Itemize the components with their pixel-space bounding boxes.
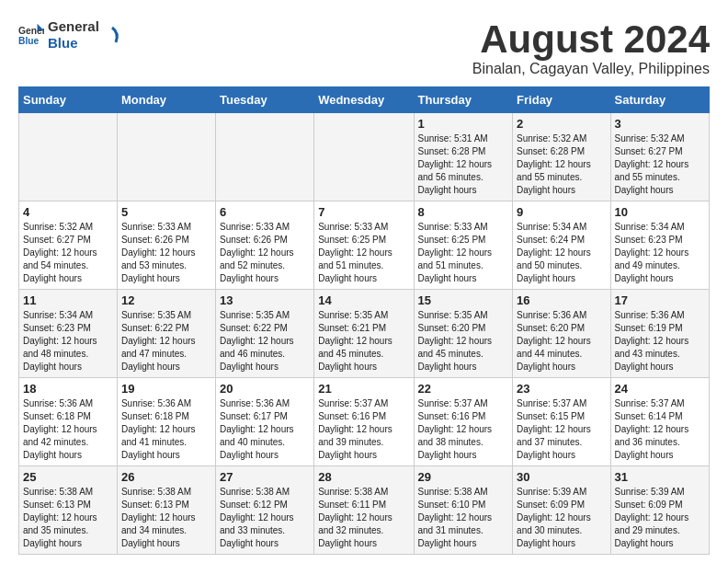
cell-content: Sunrise: 5:34 AMSunset: 6:23 PMDaylight:… <box>23 309 113 373</box>
calendar-cell: 16Sunrise: 5:36 AMSunset: 6:20 PMDayligh… <box>513 290 610 378</box>
calendar-cell <box>215 113 313 201</box>
calendar-cell: 7Sunrise: 5:33 AMSunset: 6:25 PMDaylight… <box>314 201 414 290</box>
calendar-cell: 19Sunrise: 5:36 AMSunset: 6:18 PMDayligh… <box>117 378 215 466</box>
calendar-cell: 6Sunrise: 5:33 AMSunset: 6:26 PMDaylight… <box>215 201 313 290</box>
calendar-header: SundayMondayTuesdayWednesdayThursdayFrid… <box>19 87 710 113</box>
weekday-header-saturday: Saturday <box>610 87 709 113</box>
cell-content: Sunrise: 5:33 AMSunset: 6:25 PMDaylight:… <box>318 221 409 285</box>
calendar-cell: 20Sunrise: 5:36 AMSunset: 6:17 PMDayligh… <box>215 378 313 466</box>
day-number: 1 <box>418 117 509 131</box>
day-number: 22 <box>418 382 509 396</box>
calendar-cell: 2Sunrise: 5:32 AMSunset: 6:28 PMDaylight… <box>513 113 610 201</box>
cell-content: Sunrise: 5:32 AMSunset: 6:28 PMDaylight:… <box>517 132 606 197</box>
calendar-cell: 8Sunrise: 5:33 AMSunset: 6:25 PMDaylight… <box>414 201 513 290</box>
cell-content: Sunrise: 5:35 AMSunset: 6:20 PMDaylight:… <box>418 309 509 373</box>
logo-general: General <box>48 18 99 35</box>
calendar-cell: 30Sunrise: 5:39 AMSunset: 6:09 PMDayligh… <box>513 466 610 555</box>
cell-content: Sunrise: 5:32 AMSunset: 6:27 PMDaylight:… <box>23 221 113 285</box>
day-number: 12 <box>121 293 211 307</box>
day-number: 31 <box>615 470 705 484</box>
day-number: 16 <box>517 293 606 307</box>
logo-icon: General Blue <box>18 22 44 48</box>
day-number: 19 <box>121 382 211 396</box>
cell-content: Sunrise: 5:38 AMSunset: 6:12 PMDaylight:… <box>220 486 310 550</box>
cell-content: Sunrise: 5:36 AMSunset: 6:19 PMDaylight:… <box>615 309 705 373</box>
calendar-cell <box>314 113 414 201</box>
page-header: General Blue General Blue August 2024 Bi… <box>18 18 710 77</box>
svg-text:Blue: Blue <box>18 36 40 46</box>
day-number: 2 <box>517 117 606 131</box>
day-number: 18 <box>23 382 113 396</box>
week-row-3: 11Sunrise: 5:34 AMSunset: 6:23 PMDayligh… <box>19 290 710 378</box>
day-number: 9 <box>517 205 606 219</box>
cell-content: Sunrise: 5:33 AMSunset: 6:26 PMDaylight:… <box>220 221 310 285</box>
cell-content: Sunrise: 5:39 AMSunset: 6:09 PMDaylight:… <box>615 486 705 550</box>
calendar-cell: 17Sunrise: 5:36 AMSunset: 6:19 PMDayligh… <box>610 290 709 378</box>
logo-blue: Blue <box>48 35 99 52</box>
cell-content: Sunrise: 5:39 AMSunset: 6:09 PMDaylight:… <box>517 486 606 550</box>
weekday-header-thursday: Thursday <box>414 87 513 113</box>
main-title: August 2024 <box>472 18 710 61</box>
cell-content: Sunrise: 5:35 AMSunset: 6:22 PMDaylight:… <box>220 309 310 373</box>
cell-content: Sunrise: 5:36 AMSunset: 6:17 PMDaylight:… <box>220 397 310 462</box>
day-number: 7 <box>318 205 409 219</box>
day-number: 21 <box>318 382 409 396</box>
calendar-cell: 5Sunrise: 5:33 AMSunset: 6:26 PMDaylight… <box>117 201 215 290</box>
cell-content: Sunrise: 5:37 AMSunset: 6:16 PMDaylight:… <box>318 397 409 462</box>
calendar-cell: 18Sunrise: 5:36 AMSunset: 6:18 PMDayligh… <box>19 378 118 466</box>
calendar-cell: 14Sunrise: 5:35 AMSunset: 6:21 PMDayligh… <box>314 290 414 378</box>
calendar-cell: 22Sunrise: 5:37 AMSunset: 6:16 PMDayligh… <box>414 378 513 466</box>
day-number: 27 <box>220 470 310 484</box>
day-number: 17 <box>615 293 705 307</box>
logo-swoosh <box>103 26 121 44</box>
calendar-cell: 28Sunrise: 5:38 AMSunset: 6:11 PMDayligh… <box>314 466 414 555</box>
calendar-cell: 1Sunrise: 5:31 AMSunset: 6:28 PMDaylight… <box>414 113 513 201</box>
calendar-cell: 3Sunrise: 5:32 AMSunset: 6:27 PMDaylight… <box>610 113 709 201</box>
day-number: 6 <box>220 205 310 219</box>
calendar-cell: 27Sunrise: 5:38 AMSunset: 6:12 PMDayligh… <box>215 466 313 555</box>
day-number: 4 <box>23 205 113 219</box>
calendar-cell: 13Sunrise: 5:35 AMSunset: 6:22 PMDayligh… <box>215 290 313 378</box>
cell-content: Sunrise: 5:35 AMSunset: 6:21 PMDaylight:… <box>318 309 409 373</box>
calendar-cell: 25Sunrise: 5:38 AMSunset: 6:13 PMDayligh… <box>19 466 118 555</box>
calendar-table: SundayMondayTuesdayWednesdayThursdayFrid… <box>18 86 710 555</box>
calendar-cell: 4Sunrise: 5:32 AMSunset: 6:27 PMDaylight… <box>19 201 118 290</box>
calendar-cell: 23Sunrise: 5:37 AMSunset: 6:15 PMDayligh… <box>513 378 610 466</box>
weekday-header-wednesday: Wednesday <box>314 87 414 113</box>
day-number: 24 <box>615 382 705 396</box>
cell-content: Sunrise: 5:38 AMSunset: 6:13 PMDaylight:… <box>23 486 113 550</box>
logo: General Blue General Blue <box>18 18 121 52</box>
day-number: 13 <box>220 293 310 307</box>
title-block: August 2024 Binalan, Cagayan Valley, Phi… <box>472 18 710 77</box>
day-number: 25 <box>23 470 113 484</box>
day-number: 23 <box>517 382 606 396</box>
subtitle: Binalan, Cagayan Valley, Philippines <box>472 61 710 77</box>
calendar-cell: 10Sunrise: 5:34 AMSunset: 6:23 PMDayligh… <box>610 201 709 290</box>
day-number: 14 <box>318 293 409 307</box>
day-number: 26 <box>121 470 211 484</box>
cell-content: Sunrise: 5:33 AMSunset: 6:26 PMDaylight:… <box>121 221 211 285</box>
weekday-header-row: SundayMondayTuesdayWednesdayThursdayFrid… <box>19 87 710 113</box>
cell-content: Sunrise: 5:34 AMSunset: 6:24 PMDaylight:… <box>517 221 606 285</box>
weekday-header-sunday: Sunday <box>19 87 118 113</box>
day-number: 20 <box>220 382 310 396</box>
day-number: 11 <box>23 293 113 307</box>
weekday-header-friday: Friday <box>513 87 610 113</box>
weekday-header-tuesday: Tuesday <box>215 87 313 113</box>
weekday-header-monday: Monday <box>117 87 215 113</box>
cell-content: Sunrise: 5:37 AMSunset: 6:15 PMDaylight:… <box>517 397 606 462</box>
cell-content: Sunrise: 5:32 AMSunset: 6:27 PMDaylight:… <box>615 132 705 197</box>
calendar-cell: 26Sunrise: 5:38 AMSunset: 6:13 PMDayligh… <box>117 466 215 555</box>
cell-content: Sunrise: 5:36 AMSunset: 6:18 PMDaylight:… <box>121 397 211 462</box>
calendar-body: 1Sunrise: 5:31 AMSunset: 6:28 PMDaylight… <box>19 113 710 555</box>
cell-content: Sunrise: 5:34 AMSunset: 6:23 PMDaylight:… <box>615 221 705 285</box>
day-number: 8 <box>418 205 509 219</box>
cell-content: Sunrise: 5:37 AMSunset: 6:14 PMDaylight:… <box>615 397 705 462</box>
calendar-cell: 31Sunrise: 5:39 AMSunset: 6:09 PMDayligh… <box>610 466 709 555</box>
week-row-4: 18Sunrise: 5:36 AMSunset: 6:18 PMDayligh… <box>19 378 710 466</box>
cell-content: Sunrise: 5:31 AMSunset: 6:28 PMDaylight:… <box>418 132 509 197</box>
cell-content: Sunrise: 5:36 AMSunset: 6:18 PMDaylight:… <box>23 397 113 462</box>
calendar-cell <box>19 113 118 201</box>
cell-content: Sunrise: 5:37 AMSunset: 6:16 PMDaylight:… <box>418 397 509 462</box>
day-number: 29 <box>418 470 509 484</box>
